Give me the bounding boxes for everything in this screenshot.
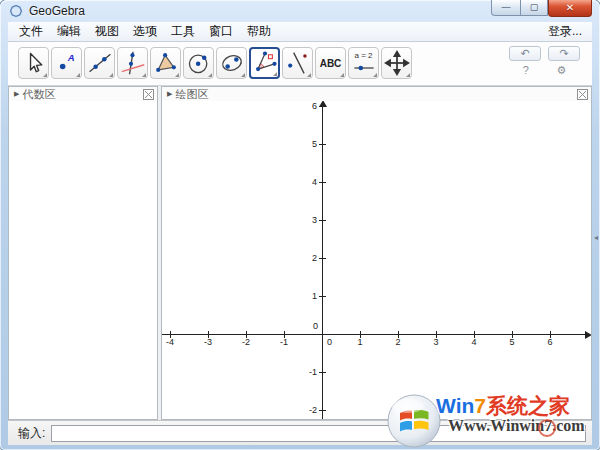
client-area: 文件编辑视图选项工具窗口帮助登录... AABCa = 2 ↶ ↷ ? ⚙ ▶ …: [8, 22, 592, 445]
undo-redo-group: ↶ ↷: [509, 46, 580, 61]
y-tick-label: -2: [309, 405, 317, 415]
tool-polygon-button[interactable]: [150, 47, 181, 79]
geogebra-logo-icon: [9, 4, 23, 18]
reflect-icon: [285, 50, 311, 76]
x-axis: [162, 334, 586, 335]
x-tick-label: -4: [166, 337, 174, 347]
graphics-panel-title: 绘图区: [175, 87, 208, 102]
abc-glyph: ABC: [320, 58, 342, 69]
tool-perpendicular-line-button[interactable]: [117, 47, 148, 79]
sidebar-toggle-icon[interactable]: ◂: [592, 230, 600, 246]
tool-reflect-button[interactable]: [282, 47, 313, 79]
line-icon: [87, 50, 113, 76]
y-tick-label: 5: [312, 139, 317, 149]
y-tick-label: 1: [312, 291, 317, 301]
y-tick: [319, 258, 326, 259]
menu-item-5[interactable]: 窗口: [202, 21, 240, 42]
x-tick-label: 3: [433, 337, 438, 347]
tool-line-button[interactable]: [84, 47, 115, 79]
tool-move-view-button[interactable]: [381, 47, 412, 79]
menu-item-2[interactable]: 视图: [88, 21, 126, 42]
command-input[interactable]: [51, 425, 586, 442]
menu-item-6[interactable]: 帮助: [240, 21, 278, 42]
maximize-button[interactable]: ▢: [520, 0, 548, 16]
graphics-panel-header: ▶ 绘图区: [162, 87, 591, 101]
y-tick-label: 2: [312, 253, 317, 263]
algebra-collapse-icon[interactable]: ▶: [14, 90, 19, 98]
algebra-view-body[interactable]: [9, 101, 157, 419]
y-tick-label: 6: [312, 101, 317, 111]
perpendicular-line-icon: [120, 50, 146, 76]
geogebra-window: GeoGebra — ▢ ✕ 文件编辑视图选项工具窗口帮助登录... AABCa…: [0, 0, 600, 450]
help-icon[interactable]: ?: [523, 63, 529, 77]
input-bar: 输入:: [8, 420, 592, 445]
x-axis-arrow-icon: [585, 331, 591, 339]
x-tick-label: -3: [204, 337, 212, 347]
angle-icon: [252, 50, 278, 76]
minimize-button[interactable]: —: [491, 0, 520, 16]
y-tick: [319, 220, 326, 221]
y-tick-label: 3: [312, 215, 317, 225]
point-icon: A: [54, 50, 80, 76]
menu-item-1[interactable]: 编辑: [50, 21, 88, 42]
redo-button[interactable]: ↷: [548, 46, 580, 61]
window-controls: — ▢ ✕: [491, 0, 592, 17]
menu-item-4[interactable]: 工具: [164, 21, 202, 42]
tool-point-button[interactable]: A: [51, 47, 82, 79]
x-tick-label: 0: [327, 337, 332, 347]
ellipse-icon: [219, 50, 245, 76]
y-tick: [319, 296, 326, 297]
x-tick-label: -1: [280, 337, 288, 347]
x-tick-label: 5: [509, 337, 514, 347]
algebra-panel-header: ▶ 代数区: [9, 87, 157, 101]
algebra-view-panel: ▶ 代数区: [8, 86, 158, 420]
menubar: 文件编辑视图选项工具窗口帮助登录...: [8, 22, 592, 42]
y-tick-label: 4: [312, 177, 317, 187]
graphics-view-panel: ▶ 绘图区 -4-3-2-10123456-2-10123456: [161, 86, 592, 420]
tool-slider-button[interactable]: a = 2: [348, 47, 379, 79]
tool-circle-button[interactable]: [183, 47, 214, 79]
tool-text-button[interactable]: ABC: [315, 47, 346, 79]
undo-button[interactable]: ↶: [509, 46, 541, 61]
window-title: GeoGebra: [29, 4, 85, 18]
polygon-icon: [153, 50, 179, 76]
titlebar: GeoGebra — ▢ ✕: [0, 0, 600, 22]
y-tick: [319, 182, 326, 183]
x-tick-label: 1: [357, 337, 362, 347]
x-tick-label: 6: [547, 337, 552, 347]
toolbar: AABCa = 2 ↶ ↷ ? ⚙: [8, 42, 592, 86]
tool-angle-button[interactable]: [249, 47, 280, 79]
y-tick: [319, 144, 326, 145]
svg-text:A: A: [66, 52, 74, 63]
login-menu-item[interactable]: 登录...: [538, 21, 592, 42]
move-icon: [21, 50, 47, 76]
move-view-icon: [384, 50, 410, 76]
y-tick-label: 0: [313, 321, 318, 331]
x-tick-label: 4: [471, 337, 476, 347]
y-tick: [319, 372, 326, 373]
graphics-canvas[interactable]: -4-3-2-10123456-2-10123456: [162, 101, 591, 419]
slider-icon: [352, 60, 376, 76]
tool-move-button[interactable]: [18, 47, 49, 79]
y-tick: [319, 410, 326, 411]
x-tick-label: 2: [395, 337, 400, 347]
x-tick-label: -2: [242, 337, 250, 347]
menu-item-3[interactable]: 选项: [126, 21, 164, 42]
toolbar-sub-group: ? ⚙: [509, 63, 580, 77]
algebra-close-icon[interactable]: [143, 89, 154, 100]
graphics-collapse-icon[interactable]: ▶: [167, 90, 172, 98]
circle-icon: [186, 50, 212, 76]
toolbar-tools: AABCa = 2: [18, 47, 412, 79]
slider-glyph: a = 2: [354, 52, 372, 60]
graphics-close-icon[interactable]: [577, 89, 588, 100]
input-label: 输入:: [18, 425, 45, 442]
tool-ellipse-button[interactable]: [216, 47, 247, 79]
close-button[interactable]: ✕: [548, 0, 592, 17]
y-tick: [319, 106, 326, 107]
algebra-panel-title: 代数区: [22, 87, 55, 102]
gear-icon[interactable]: ⚙: [556, 63, 566, 77]
y-tick-label: -1: [309, 367, 317, 377]
menu-item-0[interactable]: 文件: [12, 21, 50, 42]
